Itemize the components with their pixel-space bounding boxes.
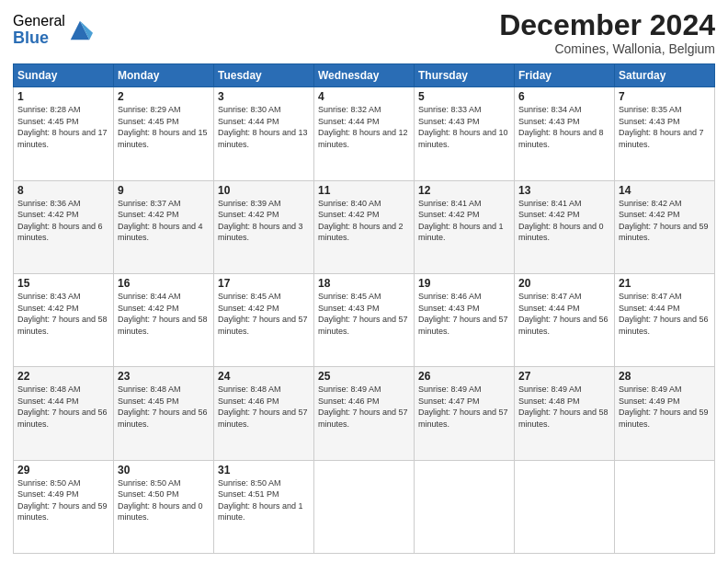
table-row: 25 Sunrise: 8:49 AM Sunset: 4:46 PM Dayl… xyxy=(314,367,415,460)
day-number: 30 xyxy=(118,464,210,477)
table-row xyxy=(314,460,415,553)
day-info: Sunrise: 8:48 AM Sunset: 4:45 PM Dayligh… xyxy=(118,384,210,430)
logo-blue: Blue xyxy=(13,29,65,48)
location-subtitle: Comines, Wallonia, Belgium xyxy=(499,41,715,56)
table-row: 13 Sunrise: 8:41 AM Sunset: 4:42 PM Dayl… xyxy=(515,180,615,273)
table-row: 10 Sunrise: 8:39 AM Sunset: 4:42 PM Dayl… xyxy=(214,180,314,273)
table-row: 30 Sunrise: 8:50 AM Sunset: 4:50 PM Dayl… xyxy=(114,460,214,553)
table-row: 12 Sunrise: 8:41 AM Sunset: 4:42 PM Dayl… xyxy=(415,180,515,273)
day-info: Sunrise: 8:50 AM Sunset: 4:49 PM Dayligh… xyxy=(17,477,109,523)
day-info: Sunrise: 8:30 AM Sunset: 4:44 PM Dayligh… xyxy=(218,104,310,150)
col-thursday: Thursday xyxy=(415,64,515,87)
day-info: Sunrise: 8:35 AM Sunset: 4:43 PM Dayligh… xyxy=(619,104,711,150)
day-info: Sunrise: 8:37 AM Sunset: 4:42 PM Dayligh… xyxy=(118,198,210,244)
day-info: Sunrise: 8:47 AM Sunset: 4:44 PM Dayligh… xyxy=(619,291,711,337)
table-row xyxy=(415,460,515,553)
day-info: Sunrise: 8:32 AM Sunset: 4:44 PM Dayligh… xyxy=(318,104,410,150)
table-row: 23 Sunrise: 8:48 AM Sunset: 4:45 PM Dayl… xyxy=(114,367,214,460)
table-row: 4 Sunrise: 8:32 AM Sunset: 4:44 PM Dayli… xyxy=(314,87,415,180)
month-title: December 2024 xyxy=(499,9,715,41)
day-info: Sunrise: 8:49 AM Sunset: 4:47 PM Dayligh… xyxy=(418,384,510,430)
day-number: 26 xyxy=(418,370,510,383)
day-info: Sunrise: 8:28 AM Sunset: 4:45 PM Dayligh… xyxy=(17,104,109,150)
day-info: Sunrise: 8:41 AM Sunset: 4:42 PM Dayligh… xyxy=(418,198,510,244)
calendar-header-row: Sunday Monday Tuesday Wednesday Thursday… xyxy=(14,64,715,87)
table-row: 28 Sunrise: 8:49 AM Sunset: 4:49 PM Dayl… xyxy=(615,367,715,460)
table-row: 6 Sunrise: 8:34 AM Sunset: 4:43 PM Dayli… xyxy=(515,87,615,180)
table-row: 31 Sunrise: 8:50 AM Sunset: 4:51 PM Dayl… xyxy=(214,460,314,553)
logo-text: General Blue xyxy=(13,13,65,47)
day-number: 5 xyxy=(418,90,510,103)
day-number: 19 xyxy=(418,277,510,290)
table-row: 7 Sunrise: 8:35 AM Sunset: 4:43 PM Dayli… xyxy=(615,87,715,180)
day-info: Sunrise: 8:40 AM Sunset: 4:42 PM Dayligh… xyxy=(318,198,410,244)
table-row: 16 Sunrise: 8:44 AM Sunset: 4:42 PM Dayl… xyxy=(114,273,214,366)
day-number: 25 xyxy=(318,370,410,383)
day-info: Sunrise: 8:47 AM Sunset: 4:44 PM Dayligh… xyxy=(518,291,610,337)
table-row: 21 Sunrise: 8:47 AM Sunset: 4:44 PM Dayl… xyxy=(615,273,715,366)
day-info: Sunrise: 8:49 AM Sunset: 4:46 PM Dayligh… xyxy=(318,384,410,430)
table-row: 9 Sunrise: 8:37 AM Sunset: 4:42 PM Dayli… xyxy=(114,180,214,273)
table-row: 1 Sunrise: 8:28 AM Sunset: 4:45 PM Dayli… xyxy=(14,87,114,180)
day-number: 24 xyxy=(218,370,310,383)
table-row: 2 Sunrise: 8:29 AM Sunset: 4:45 PM Dayli… xyxy=(114,87,214,180)
day-number: 10 xyxy=(218,184,310,197)
day-number: 2 xyxy=(118,90,210,103)
day-number: 15 xyxy=(17,277,109,290)
day-info: Sunrise: 8:42 AM Sunset: 4:42 PM Dayligh… xyxy=(619,198,711,244)
day-number: 17 xyxy=(218,277,310,290)
table-row: 27 Sunrise: 8:49 AM Sunset: 4:48 PM Dayl… xyxy=(515,367,615,460)
col-wednesday: Wednesday xyxy=(314,64,415,87)
day-info: Sunrise: 8:49 AM Sunset: 4:48 PM Dayligh… xyxy=(518,384,610,430)
day-info: Sunrise: 8:46 AM Sunset: 4:43 PM Dayligh… xyxy=(418,291,510,337)
table-row: 18 Sunrise: 8:45 AM Sunset: 4:43 PM Dayl… xyxy=(314,273,415,366)
table-row: 14 Sunrise: 8:42 AM Sunset: 4:42 PM Dayl… xyxy=(615,180,715,273)
day-number: 8 xyxy=(17,184,109,197)
day-info: Sunrise: 8:43 AM Sunset: 4:42 PM Dayligh… xyxy=(17,291,109,337)
title-block: December 2024 Comines, Wallonia, Belgium xyxy=(499,9,715,56)
day-number: 27 xyxy=(518,370,610,383)
day-number: 23 xyxy=(118,370,210,383)
day-info: Sunrise: 8:48 AM Sunset: 4:44 PM Dayligh… xyxy=(17,384,109,430)
day-info: Sunrise: 8:45 AM Sunset: 4:42 PM Dayligh… xyxy=(218,291,310,337)
day-number: 31 xyxy=(218,464,310,477)
day-number: 1 xyxy=(17,90,109,103)
day-number: 12 xyxy=(418,184,510,197)
day-info: Sunrise: 8:36 AM Sunset: 4:42 PM Dayligh… xyxy=(17,198,109,244)
day-info: Sunrise: 8:48 AM Sunset: 4:46 PM Dayligh… xyxy=(218,384,310,430)
day-info: Sunrise: 8:34 AM Sunset: 4:43 PM Dayligh… xyxy=(518,104,610,150)
day-number: 7 xyxy=(619,90,711,103)
day-info: Sunrise: 8:50 AM Sunset: 4:50 PM Dayligh… xyxy=(118,477,210,523)
table-row xyxy=(515,460,615,553)
page: General Blue December 2024 Comines, Wall… xyxy=(0,0,728,563)
table-row: 17 Sunrise: 8:45 AM Sunset: 4:42 PM Dayl… xyxy=(214,273,314,366)
day-number: 28 xyxy=(619,370,711,383)
header: General Blue December 2024 Comines, Wall… xyxy=(13,9,715,56)
col-sunday: Sunday xyxy=(14,64,114,87)
day-number: 9 xyxy=(118,184,210,197)
col-friday: Friday xyxy=(515,64,615,87)
logo: General Blue xyxy=(13,13,93,47)
day-info: Sunrise: 8:29 AM Sunset: 4:45 PM Dayligh… xyxy=(118,104,210,150)
table-row: 19 Sunrise: 8:46 AM Sunset: 4:43 PM Dayl… xyxy=(415,273,515,366)
day-info: Sunrise: 8:41 AM Sunset: 4:42 PM Dayligh… xyxy=(518,198,610,244)
day-number: 20 xyxy=(518,277,610,290)
day-info: Sunrise: 8:44 AM Sunset: 4:42 PM Dayligh… xyxy=(118,291,210,337)
day-number: 13 xyxy=(518,184,610,197)
day-info: Sunrise: 8:39 AM Sunset: 4:42 PM Dayligh… xyxy=(218,198,310,244)
day-number: 22 xyxy=(17,370,109,383)
table-row: 29 Sunrise: 8:50 AM Sunset: 4:49 PM Dayl… xyxy=(14,460,114,553)
day-info: Sunrise: 8:50 AM Sunset: 4:51 PM Dayligh… xyxy=(218,477,310,523)
day-number: 29 xyxy=(17,464,109,477)
logo-icon xyxy=(67,17,93,43)
table-row: 8 Sunrise: 8:36 AM Sunset: 4:42 PM Dayli… xyxy=(14,180,114,273)
day-number: 6 xyxy=(518,90,610,103)
table-row: 11 Sunrise: 8:40 AM Sunset: 4:42 PM Dayl… xyxy=(314,180,415,273)
calendar-table: Sunday Monday Tuesday Wednesday Thursday… xyxy=(13,63,715,554)
logo-general: General xyxy=(13,13,65,29)
col-tuesday: Tuesday xyxy=(214,64,314,87)
day-number: 18 xyxy=(318,277,410,290)
day-number: 4 xyxy=(318,90,410,103)
table-row: 26 Sunrise: 8:49 AM Sunset: 4:47 PM Dayl… xyxy=(415,367,515,460)
table-row: 20 Sunrise: 8:47 AM Sunset: 4:44 PM Dayl… xyxy=(515,273,615,366)
